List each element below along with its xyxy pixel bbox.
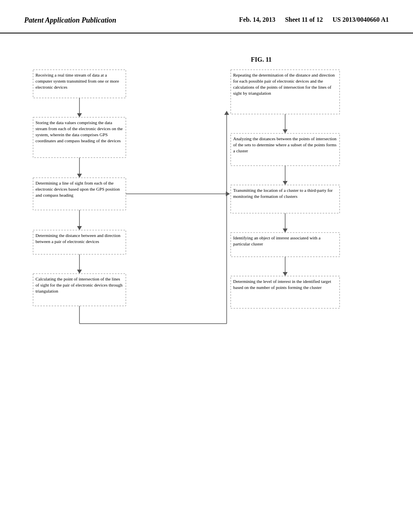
header: Patent Application Publication Feb. 14, … <box>0 0 413 33</box>
box-r4-text: Identifying an object of interest associ… <box>232 234 338 257</box>
page: Patent Application Publication Feb. 14, … <box>0 0 413 532</box>
patent-info: Feb. 14, 2013 Sheet 11 of 12 US 2013/004… <box>239 16 389 23</box>
arrow-r2-r3 <box>283 181 288 185</box>
arrow-to-r1 <box>224 111 229 115</box>
box-l5-text: Calculating the point of intersection of… <box>35 275 124 306</box>
flowchart-svg: FIG. 11 Receiving a real time stream of … <box>25 50 388 493</box>
arrow-l4-l5 <box>77 270 82 274</box>
patent-title: Patent Application Publication <box>24 16 116 25</box>
box-l3-text: Determining a line of sight from each of… <box>35 179 124 210</box>
box-l2-text: Storing the data values comprising the d… <box>35 119 124 158</box>
patent-sheet: Sheet 11 of 12 <box>285 16 323 23</box>
main-content: FIG. 11 Receiving a real time stream of … <box>0 33 413 509</box>
box-r1-text: Repeating the determination of the dista… <box>232 71 338 114</box>
box-r5-text: Determining the level of interest in the… <box>232 278 338 308</box>
arrow-l1-l2 <box>77 113 82 117</box>
box-r3-text: Transmitting the location of a cluster t… <box>232 187 338 213</box>
arrow-r1-r2 <box>283 129 288 133</box>
arrow-r3-r4 <box>283 229 288 233</box>
box-l4-text: Determining the distance between and dir… <box>35 232 124 254</box>
patent-number: US 2013/0040660 A1 <box>332 16 389 23</box>
arrow-mid-right <box>226 191 230 196</box>
arrow-l2-l3 <box>77 174 82 178</box>
figure-label: FIG. 11 <box>251 56 272 63</box>
patent-date: Feb. 14, 2013 <box>239 16 275 23</box>
box-r2-text: Analyzing the distances between the poin… <box>232 135 338 166</box>
arrow-l3-l4 <box>77 226 82 230</box>
box-l1-text: Receiving a real time stream of data at … <box>35 71 124 98</box>
arrow-r4-r5 <box>283 272 288 276</box>
